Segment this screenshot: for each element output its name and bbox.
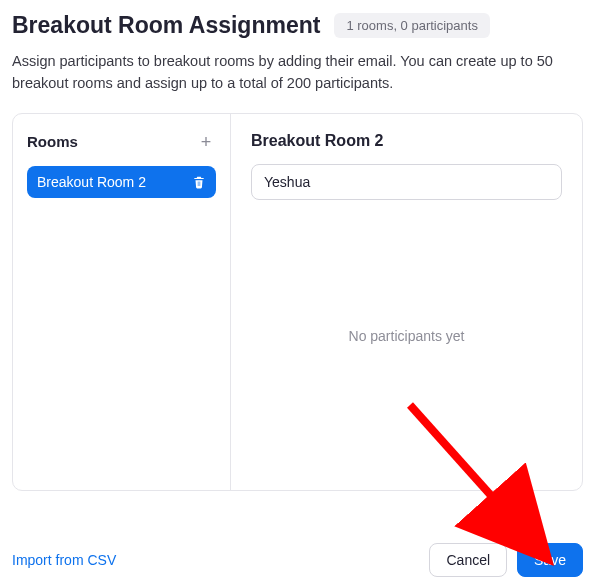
participant-input[interactable] bbox=[251, 164, 562, 200]
cancel-button[interactable]: Cancel bbox=[429, 543, 507, 577]
add-room-button[interactable]: + bbox=[196, 132, 216, 152]
trash-icon bbox=[192, 175, 206, 189]
delete-room-button[interactable] bbox=[192, 175, 206, 189]
room-detail: Breakout Room 2 No participants yet bbox=[231, 114, 582, 490]
import-csv-link[interactable]: Import from CSV bbox=[12, 552, 116, 568]
footer: Import from CSV Cancel Save bbox=[12, 543, 583, 577]
room-detail-title: Breakout Room 2 bbox=[251, 132, 562, 150]
room-item-label: Breakout Room 2 bbox=[37, 174, 146, 190]
assignment-panel: Rooms + Breakout Room 2 Breakout Room 2 … bbox=[12, 113, 583, 491]
status-badge: 1 rooms, 0 participants bbox=[334, 13, 490, 38]
description-text: Assign participants to breakout rooms by… bbox=[12, 51, 583, 95]
empty-state-text: No participants yet bbox=[349, 328, 465, 344]
rooms-heading: Rooms bbox=[27, 133, 78, 150]
rooms-sidebar: Rooms + Breakout Room 2 bbox=[13, 114, 231, 490]
save-button[interactable]: Save bbox=[517, 543, 583, 577]
room-item[interactable]: Breakout Room 2 bbox=[27, 166, 216, 198]
empty-state: No participants yet bbox=[251, 200, 562, 472]
page-title: Breakout Room Assignment bbox=[12, 12, 320, 39]
plus-icon: + bbox=[201, 132, 212, 152]
